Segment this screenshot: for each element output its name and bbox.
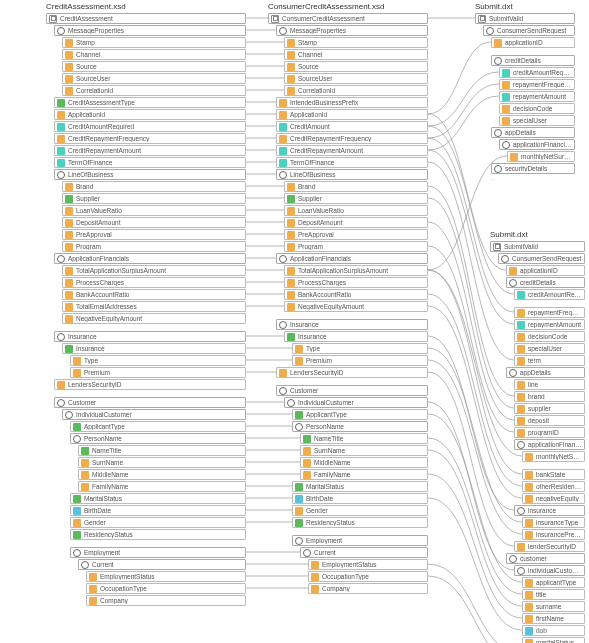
tree-node[interactable]: SurnName (78, 457, 246, 468)
tree-node[interactable]: title (522, 589, 585, 600)
tree-node[interactable]: SubmitValid (490, 241, 585, 252)
tree-node[interactable]: negativeEquity (522, 493, 585, 504)
tree-node[interactable]: CreditAmount (276, 121, 428, 132)
tree-node[interactable]: Insurance (284, 331, 428, 342)
tree-node[interactable]: MessageProperties (54, 25, 246, 36)
tree-node[interactable]: LoanValueRatio (284, 205, 428, 216)
tree-node[interactable]: SubmitValid (475, 13, 575, 24)
tree-node[interactable]: appDetails (506, 367, 585, 378)
tree-node[interactable]: insurancePremium (522, 529, 585, 540)
tree-node[interactable]: applicantType (522, 577, 585, 588)
tree-node[interactable]: EmploymentStatus (308, 559, 428, 570)
tree-node[interactable]: TotalEmailAddresses (62, 301, 246, 312)
tree-node[interactable]: Customer (276, 385, 428, 396)
tree-node[interactable]: LineOfBusiness (276, 169, 428, 180)
tree-node[interactable]: IntendedBusinessPrefix (276, 97, 428, 108)
tree-node[interactable]: specialUser (499, 115, 575, 126)
tree-node[interactable]: ProcessCharges (284, 277, 428, 288)
tree-node[interactable]: Channel (62, 49, 246, 60)
tree-node[interactable]: LineOfBusiness (54, 169, 246, 180)
tree-node[interactable]: Current (300, 547, 428, 558)
tree-node[interactable]: Customer (54, 397, 246, 408)
tree-node[interactable]: securityDetails (491, 163, 575, 174)
tree-node[interactable]: OccupationType (86, 583, 246, 594)
tree-node[interactable]: Source (284, 61, 428, 72)
tree-node[interactable]: Gender (292, 505, 428, 516)
tree-node[interactable]: Current (78, 559, 246, 570)
tree-node[interactable]: CreditAssessmentType (54, 97, 246, 108)
tree-node[interactable]: Supplier (62, 193, 246, 204)
tree-node[interactable]: NameTitle (300, 433, 428, 444)
tree-node[interactable]: lenderSecurityID (514, 541, 585, 552)
tree-node[interactable]: individualCustomer (514, 565, 585, 576)
tree-node[interactable]: bankState (522, 469, 585, 480)
tree-node[interactable]: Employment (292, 535, 428, 546)
tree-node[interactable]: creditAmountRequired (514, 289, 585, 300)
tree-node[interactable]: deposit (514, 415, 585, 426)
tree-node[interactable]: applicationID (506, 265, 585, 276)
tree-node[interactable]: decisionCode (499, 103, 575, 114)
tree-node[interactable]: creditDetails (491, 55, 575, 66)
tree-node[interactable]: repaymentFrequency (499, 79, 575, 90)
tree-node[interactable]: ApplicationId (54, 109, 246, 120)
tree-node[interactable]: FamilyName (300, 469, 428, 480)
tree-node[interactable]: Source (62, 61, 246, 72)
tree-node[interactable]: EmploymentStatus (86, 571, 246, 582)
tree-node[interactable]: ResidencyStatus (70, 529, 246, 540)
tree-node[interactable]: Premium (292, 355, 428, 366)
tree-node[interactable]: ApplicationFinancials (54, 253, 246, 264)
tree-node[interactable]: Premium (70, 367, 246, 378)
tree-node[interactable]: dob (522, 625, 585, 636)
tree-node[interactable]: PersonName (292, 421, 428, 432)
tree-node[interactable]: applicationFinancials (499, 139, 575, 150)
tree-node[interactable]: Type (70, 355, 246, 366)
tree-node[interactable]: NegativeEquityAmount (284, 301, 428, 312)
tree-node[interactable]: CreditAssessment (46, 13, 246, 24)
tree-node[interactable]: PreApproval (284, 229, 428, 240)
tree-node[interactable]: ResidencyStatus (292, 517, 428, 528)
tree-node[interactable]: BankAccountRatio (284, 289, 428, 300)
tree-node[interactable]: ProcessCharges (62, 277, 246, 288)
tree-node[interactable]: repaymentAmount (514, 319, 585, 330)
tree-node[interactable]: MaritalStatus (292, 481, 428, 492)
tree-node[interactable]: supplier (514, 403, 585, 414)
tree-node[interactable]: insurance (514, 505, 585, 516)
tree-node[interactable]: brand (514, 391, 585, 402)
tree-node[interactable]: Insurance (54, 331, 246, 342)
tree-node[interactable]: CreditRepaymentAmount (54, 145, 246, 156)
tree-node[interactable]: TermOfFinance (276, 157, 428, 168)
tree-node[interactable]: SurnName (300, 445, 428, 456)
tree-node[interactable]: IndividualCustomer (284, 397, 428, 408)
tree-node[interactable]: maritalStatus (522, 637, 585, 643)
tree-node[interactable]: BirthDate (70, 505, 246, 516)
tree-node[interactable]: CreditRepaymentFrequency (276, 133, 428, 144)
tree-node[interactable]: SourceUser (62, 73, 246, 84)
tree-node[interactable]: Insurance (276, 319, 428, 330)
tree-node[interactable]: customer (506, 553, 585, 564)
tree-node[interactable]: otherResidences (522, 481, 585, 492)
tree-node[interactable]: ApplicantType (70, 421, 246, 432)
tree-node[interactable]: applicationFinancials (514, 439, 585, 450)
tree-node[interactable]: Gender (70, 517, 246, 528)
tree-node[interactable]: surname (522, 601, 585, 612)
tree-node[interactable]: TermOfFinance (54, 157, 246, 168)
tree-node[interactable]: repaymentFrequency (514, 307, 585, 318)
tree-node[interactable]: Company (308, 583, 428, 594)
tree-node[interactable]: applicationID (491, 37, 575, 48)
tree-node[interactable]: appDetails (491, 127, 575, 138)
tree-node[interactable]: Brand (284, 181, 428, 192)
tree-node[interactable]: Program (284, 241, 428, 252)
tree-node[interactable]: specialUser (514, 343, 585, 354)
tree-node[interactable]: term (514, 355, 585, 366)
tree-node[interactable]: Type (292, 343, 428, 354)
tree-node[interactable]: OccupationType (308, 571, 428, 582)
tree-node[interactable]: CreditRepaymentFrequency (54, 133, 246, 144)
tree-node[interactable]: creditAmountRequired (499, 67, 575, 78)
tree-node[interactable]: NegativeEquityAmount (62, 313, 246, 324)
tree-node[interactable]: LoanValueRatio (62, 205, 246, 216)
tree-node[interactable]: repaymentAmount (499, 91, 575, 102)
tree-node[interactable]: CreditRepaymentAmount (276, 145, 428, 156)
tree-node[interactable]: Stamp (62, 37, 246, 48)
tree-node[interactable]: CreditAmountRequired (54, 121, 246, 132)
tree-node[interactable]: NameTitle (78, 445, 246, 456)
